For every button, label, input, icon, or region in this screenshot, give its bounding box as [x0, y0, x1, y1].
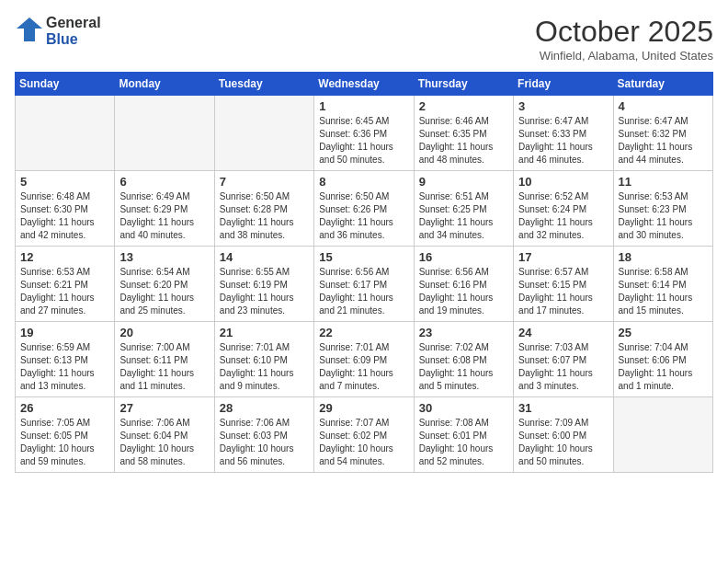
logo-general: General — [46, 15, 101, 31]
day-number: 17 — [518, 250, 608, 264]
calendar-cell: 18Sunrise: 6:58 AM Sunset: 6:14 PM Dayli… — [613, 247, 712, 322]
calendar-cell: 7Sunrise: 6:50 AM Sunset: 6:28 PM Daylig… — [214, 171, 313, 247]
day-info: Sunrise: 6:50 AM Sunset: 6:26 PM Dayligh… — [319, 190, 408, 242]
calendar-cell: 20Sunrise: 7:00 AM Sunset: 6:11 PM Dayli… — [115, 322, 214, 397]
calendar-cell: 22Sunrise: 7:01 AM Sunset: 6:09 PM Dayli… — [314, 322, 414, 397]
day-info: Sunrise: 7:04 AM Sunset: 6:06 PM Dayligh… — [619, 341, 708, 393]
day-info: Sunrise: 6:55 AM Sunset: 6:19 PM Dayligh… — [220, 266, 309, 317]
day-number: 4 — [619, 99, 708, 113]
weekday-header-row: SundayMondayTuesdayWednesdayThursdayFrid… — [16, 73, 713, 96]
calendar-container: General Blue October 2025 Winfield, Alab… — [0, 0, 728, 482]
logo-bird-icon — [15, 16, 44, 47]
calendar-week-row: 12Sunrise: 6:53 AM Sunset: 6:21 PM Dayli… — [16, 247, 713, 322]
day-number: 9 — [419, 175, 508, 189]
day-number: 2 — [419, 99, 508, 113]
day-number: 26 — [20, 401, 109, 415]
day-number: 7 — [220, 175, 309, 189]
day-info: Sunrise: 6:50 AM Sunset: 6:28 PM Dayligh… — [220, 190, 309, 242]
day-info: Sunrise: 6:51 AM Sunset: 6:25 PM Dayligh… — [419, 190, 508, 242]
calendar-week-row: 26Sunrise: 7:05 AM Sunset: 6:05 PM Dayli… — [16, 397, 713, 473]
calendar-cell: 31Sunrise: 7:09 AM Sunset: 6:00 PM Dayli… — [514, 397, 613, 473]
day-number: 24 — [518, 326, 608, 339]
calendar-cell: 5Sunrise: 6:48 AM Sunset: 6:30 PM Daylig… — [16, 171, 115, 247]
day-number: 29 — [319, 401, 408, 415]
weekday-header: Thursday — [414, 73, 513, 96]
day-number: 18 — [619, 250, 708, 264]
day-info: Sunrise: 6:56 AM Sunset: 6:17 PM Dayligh… — [319, 266, 408, 317]
day-info: Sunrise: 6:49 AM Sunset: 6:29 PM Dayligh… — [119, 190, 209, 242]
month-title: October 2025 — [535, 15, 713, 49]
calendar-cell: 1Sunrise: 6:45 AM Sunset: 6:36 PM Daylig… — [314, 96, 414, 171]
svg-marker-0 — [17, 17, 42, 41]
calendar-table: SundayMondayTuesdayWednesdayThursdayFrid… — [15, 72, 713, 473]
day-number: 23 — [419, 326, 508, 339]
day-info: Sunrise: 6:57 AM Sunset: 6:15 PM Dayligh… — [518, 266, 608, 317]
day-info: Sunrise: 7:01 AM Sunset: 6:10 PM Dayligh… — [220, 341, 309, 393]
title-section: October 2025 Winfield, Alabama, United S… — [535, 15, 713, 63]
location-subtitle: Winfield, Alabama, United States — [535, 49, 713, 63]
day-info: Sunrise: 6:53 AM Sunset: 6:21 PM Dayligh… — [20, 266, 109, 317]
calendar-cell: 2Sunrise: 6:46 AM Sunset: 6:35 PM Daylig… — [414, 96, 513, 171]
weekday-header: Wednesday — [314, 73, 414, 96]
day-number: 28 — [220, 401, 309, 415]
calendar-cell: 28Sunrise: 7:06 AM Sunset: 6:03 PM Dayli… — [214, 397, 313, 473]
calendar-week-row: 5Sunrise: 6:48 AM Sunset: 6:30 PM Daylig… — [16, 171, 713, 247]
day-number: 27 — [119, 401, 209, 415]
day-info: Sunrise: 7:03 AM Sunset: 6:07 PM Dayligh… — [518, 341, 608, 393]
calendar-cell: 9Sunrise: 6:51 AM Sunset: 6:25 PM Daylig… — [414, 171, 513, 247]
weekday-header: Sunday — [16, 73, 115, 96]
calendar-week-row: 1Sunrise: 6:45 AM Sunset: 6:36 PM Daylig… — [16, 96, 713, 171]
day-number: 5 — [20, 175, 109, 189]
calendar-cell: 27Sunrise: 7:06 AM Sunset: 6:04 PM Dayli… — [115, 397, 214, 473]
calendar-week-row: 19Sunrise: 6:59 AM Sunset: 6:13 PM Dayli… — [16, 322, 713, 397]
calendar-cell: 25Sunrise: 7:04 AM Sunset: 6:06 PM Dayli… — [613, 322, 712, 397]
calendar-cell — [16, 96, 115, 171]
calendar-cell: 30Sunrise: 7:08 AM Sunset: 6:01 PM Dayli… — [414, 397, 513, 473]
day-number: 20 — [119, 326, 209, 339]
day-info: Sunrise: 7:07 AM Sunset: 6:02 PM Dayligh… — [319, 417, 408, 468]
calendar-cell: 10Sunrise: 6:52 AM Sunset: 6:24 PM Dayli… — [514, 171, 613, 247]
day-number: 10 — [518, 175, 608, 189]
day-info: Sunrise: 6:52 AM Sunset: 6:24 PM Dayligh… — [518, 190, 608, 242]
day-number: 14 — [220, 250, 309, 264]
day-info: Sunrise: 6:56 AM Sunset: 6:16 PM Dayligh… — [419, 266, 508, 317]
calendar-cell: 3Sunrise: 6:47 AM Sunset: 6:33 PM Daylig… — [514, 96, 613, 171]
day-number: 16 — [419, 250, 508, 264]
day-number: 1 — [319, 99, 408, 113]
weekday-header: Friday — [514, 73, 613, 96]
calendar-cell: 12Sunrise: 6:53 AM Sunset: 6:21 PM Dayli… — [16, 247, 115, 322]
logo-blue: Blue — [46, 31, 101, 48]
day-info: Sunrise: 6:59 AM Sunset: 6:13 PM Dayligh… — [20, 341, 109, 393]
calendar-cell — [115, 96, 214, 171]
day-number: 31 — [518, 401, 608, 415]
calendar-cell: 8Sunrise: 6:50 AM Sunset: 6:26 PM Daylig… — [314, 171, 414, 247]
day-number: 12 — [20, 250, 109, 264]
calendar-cell: 21Sunrise: 7:01 AM Sunset: 6:10 PM Dayli… — [214, 322, 313, 397]
calendar-cell: 13Sunrise: 6:54 AM Sunset: 6:20 PM Dayli… — [115, 247, 214, 322]
day-info: Sunrise: 6:45 AM Sunset: 6:36 PM Dayligh… — [319, 115, 408, 167]
calendar-cell — [613, 397, 712, 473]
day-info: Sunrise: 7:05 AM Sunset: 6:05 PM Dayligh… — [20, 417, 109, 468]
weekday-header: Monday — [115, 73, 214, 96]
day-number: 13 — [119, 250, 209, 264]
day-info: Sunrise: 7:02 AM Sunset: 6:08 PM Dayligh… — [419, 341, 508, 393]
day-number: 22 — [319, 326, 408, 339]
logo: General Blue — [15, 15, 101, 47]
day-info: Sunrise: 7:06 AM Sunset: 6:04 PM Dayligh… — [119, 417, 209, 468]
day-number: 15 — [319, 250, 408, 264]
day-number: 21 — [220, 326, 309, 339]
day-info: Sunrise: 6:53 AM Sunset: 6:23 PM Dayligh… — [619, 190, 708, 242]
calendar-cell: 26Sunrise: 7:05 AM Sunset: 6:05 PM Dayli… — [16, 397, 115, 473]
calendar-cell: 4Sunrise: 6:47 AM Sunset: 6:32 PM Daylig… — [613, 96, 712, 171]
day-number: 25 — [619, 326, 708, 339]
calendar-cell: 17Sunrise: 6:57 AM Sunset: 6:15 PM Dayli… — [514, 247, 613, 322]
calendar-cell: 6Sunrise: 6:49 AM Sunset: 6:29 PM Daylig… — [115, 171, 214, 247]
calendar-cell: 14Sunrise: 6:55 AM Sunset: 6:19 PM Dayli… — [214, 247, 313, 322]
day-info: Sunrise: 7:08 AM Sunset: 6:01 PM Dayligh… — [419, 417, 508, 468]
day-info: Sunrise: 6:46 AM Sunset: 6:35 PM Dayligh… — [419, 115, 508, 167]
day-info: Sunrise: 6:47 AM Sunset: 6:33 PM Dayligh… — [518, 115, 608, 167]
day-info: Sunrise: 6:54 AM Sunset: 6:20 PM Dayligh… — [119, 266, 209, 317]
day-info: Sunrise: 7:06 AM Sunset: 6:03 PM Dayligh… — [220, 417, 309, 468]
day-info: Sunrise: 7:09 AM Sunset: 6:00 PM Dayligh… — [518, 417, 608, 468]
calendar-cell: 19Sunrise: 6:59 AM Sunset: 6:13 PM Dayli… — [16, 322, 115, 397]
